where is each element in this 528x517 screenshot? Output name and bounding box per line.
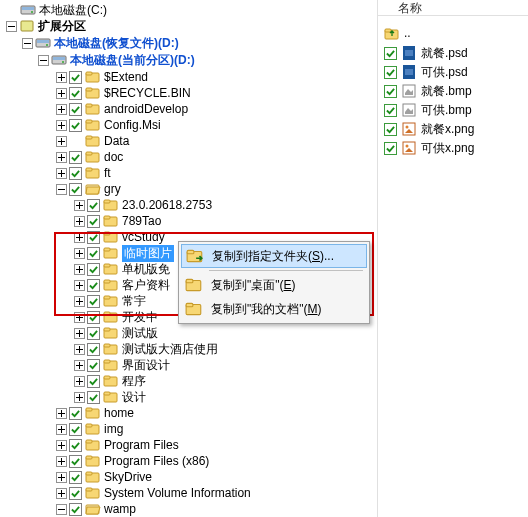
tree-row[interactable]: 本地磁盘(C:) [2,2,377,18]
tree-row[interactable]: 测试版 [2,325,377,341]
svg-rect-40 [86,168,92,171]
expand-toggle[interactable] [56,456,67,467]
tree-row[interactable]: 本地磁盘(恢复文件)(D:) [2,35,377,51]
expand-toggle[interactable] [74,328,85,339]
expand-toggle[interactable] [74,360,85,371]
svg-rect-1 [22,7,34,10]
collapse-toggle[interactable] [56,504,67,515]
expand-toggle[interactable] [56,152,67,163]
tree-checkbox[interactable] [69,503,82,516]
file-checkbox[interactable] [384,66,397,79]
expand-toggle[interactable] [56,136,67,147]
tree-checkbox[interactable] [69,455,82,468]
svg-rect-128 [186,279,193,282]
tree-checkbox[interactable] [69,183,82,196]
file-row[interactable]: 就餐.bmp [384,82,522,100]
tree-checkbox[interactable] [69,87,82,100]
tree-row[interactable]: 23.0.20618.2753 [2,197,377,213]
tree-row[interactable]: 程序 [2,373,377,389]
svg-rect-114 [86,472,92,475]
expand-toggle[interactable] [56,104,67,115]
file-row[interactable]: 就餐x.png [384,120,522,138]
tree-row[interactable]: SkyDrive [2,469,377,485]
tree-checkbox[interactable] [69,167,82,180]
tree-checkbox[interactable] [69,471,82,484]
tree-checkbox[interactable] [87,359,100,372]
file-checkbox[interactable] [384,123,397,136]
svg-rect-46 [104,200,110,203]
folder-icon [85,421,101,437]
file-checkbox[interactable] [384,85,397,98]
collapse-toggle[interactable] [38,55,49,66]
svg-rect-86 [104,360,110,363]
tree-row[interactable]: System Volume Information [2,485,377,501]
expand-toggle[interactable] [56,120,67,131]
expand-toggle[interactable] [74,216,85,227]
expand-toggle[interactable] [74,200,85,211]
tree-checkbox[interactable] [69,119,82,132]
expand-toggle[interactable] [74,344,85,355]
tree-checkbox[interactable] [87,343,100,356]
collapse-toggle[interactable] [6,21,17,32]
tree-row[interactable]: $RECYCLE.BIN [2,85,377,101]
tree-row[interactable]: 本地磁盘(当前分区)(D:) [2,52,377,68]
expand-toggle[interactable] [74,392,85,403]
tree-row[interactable]: gry [2,181,377,197]
file-row[interactable]: 可供.psd [384,63,522,81]
tree-row[interactable]: home [2,405,377,421]
expand-toggle[interactable] [56,88,67,99]
expand-toggle[interactable] [56,472,67,483]
tree-row[interactable]: doc [2,149,377,165]
tree-row[interactable]: wamp [2,501,377,517]
tree-row[interactable]: 789Tao [2,213,377,229]
tree-label: System Volume Information [104,486,251,500]
tree-row[interactable]: androidDevelop [2,101,377,117]
expand-toggle[interactable] [56,168,67,179]
tree-checkbox[interactable] [87,215,100,228]
tree-label: 23.0.20618.2753 [122,198,212,212]
column-header-name[interactable]: 名称 [378,0,528,16]
tree-row[interactable]: 设计 [2,389,377,405]
tree-row[interactable]: 扩展分区 [2,18,377,34]
expand-toggle[interactable] [74,376,85,387]
tree-row[interactable]: 测试版大酒店使用 [2,341,377,357]
file-checkbox[interactable] [384,47,397,60]
menu-copy-to-folder[interactable]: 复制到指定文件夹(S)... [181,244,367,268]
file-checkbox[interactable] [384,142,397,155]
tree-checkbox[interactable] [69,439,82,452]
tree-row[interactable]: Program Files [2,437,377,453]
tree-row[interactable]: Config.Msi [2,117,377,133]
tree-checkbox[interactable] [87,199,100,212]
expand-toggle[interactable] [56,488,67,499]
tree-checkbox[interactable] [69,151,82,164]
tree-row[interactable]: Program Files (x86) [2,453,377,469]
tree-row[interactable]: $Extend [2,69,377,85]
tree-row[interactable]: 界面设计 [2,357,377,373]
parent-folder-row[interactable]: .. [384,22,522,44]
tree-checkbox[interactable] [69,407,82,420]
file-row[interactable]: 就餐.psd [384,44,522,62]
collapse-toggle[interactable] [22,38,33,49]
file-row[interactable]: 可供x.png [384,139,522,157]
collapse-toggle[interactable] [56,184,67,195]
tree-checkbox[interactable] [87,327,100,340]
tree-row[interactable]: Data [2,133,377,149]
menu-copy-to-desktop[interactable]: 复制到"桌面"(E) [181,273,367,297]
tree-checkbox[interactable] [69,71,82,84]
tree-checkbox[interactable] [69,103,82,116]
svg-point-140 [406,126,409,129]
menu-copy-to-desktop-label: 复制到"桌面"(E) [211,277,296,294]
menu-copy-to-documents[interactable]: 复制到"我的文档"(M) [181,297,367,321]
expand-toggle[interactable] [56,408,67,419]
tree-checkbox[interactable] [69,423,82,436]
expand-toggle[interactable] [56,424,67,435]
expand-toggle[interactable] [56,440,67,451]
tree-checkbox[interactable] [87,391,100,404]
expand-toggle[interactable] [56,72,67,83]
tree-checkbox[interactable] [87,375,100,388]
tree-row[interactable]: img [2,421,377,437]
file-row[interactable]: 可供.bmp [384,101,522,119]
tree-row[interactable]: ft [2,165,377,181]
tree-checkbox[interactable] [69,487,82,500]
file-checkbox[interactable] [384,104,397,117]
